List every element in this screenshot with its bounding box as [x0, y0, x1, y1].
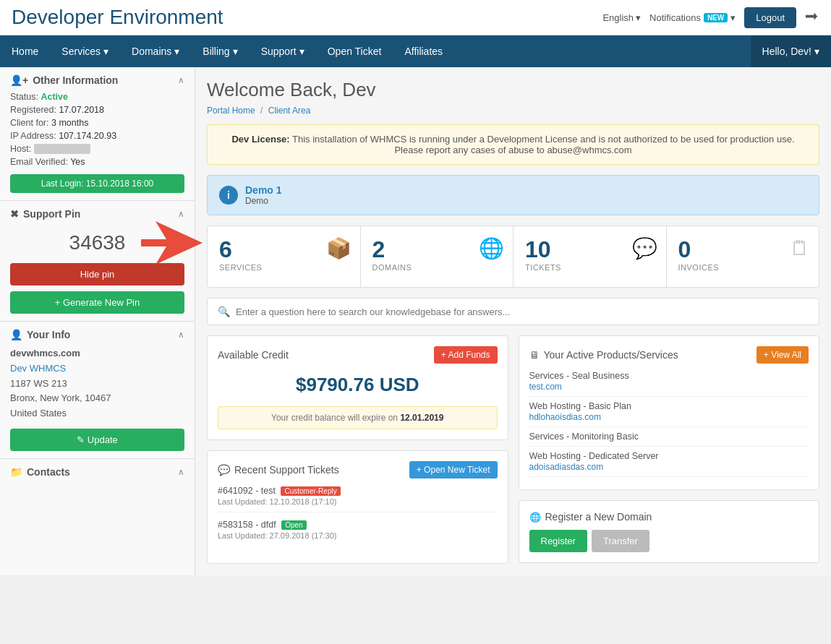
dev-license-label: Dev License: [231, 134, 289, 145]
last-login-bar: Last Login: 15.10.2018 16:00 [10, 174, 184, 193]
stats-row: 📦 6 SERVICES 🌐 2 DOMAINS 💬 10 TICKETS 🗒 … [207, 226, 819, 288]
register-button[interactable]: Register [529, 530, 587, 552]
chat-icon: 💬 [218, 464, 230, 476]
search-icon: 🔍 [218, 306, 230, 317]
product-2-link[interactable]: hdlohaoisdias.com [529, 412, 601, 422]
person-icon: 👤 [10, 329, 22, 340]
credit-card-header: Available Credit + Add Funds [218, 346, 498, 364]
nav-domains-label: Domains [132, 46, 171, 57]
search-input[interactable] [236, 306, 809, 317]
ip-value: 107.174.20.93 [59, 131, 116, 141]
nav-billing-label: Billing [203, 46, 229, 57]
nav-home[interactable]: Home [0, 35, 50, 67]
invoices-stat-icon: 🗒 [790, 236, 810, 260]
language-selector[interactable]: English ▾ [602, 12, 641, 23]
notif-chevron-icon: ▾ [730, 12, 736, 23]
bottom-row: Available Credit + Add Funds $9790.76 US… [207, 335, 819, 564]
notifications-button[interactable]: Notifications NEW ▾ [649, 12, 736, 23]
tickets-title-label: Recent Support Tickets [234, 464, 339, 476]
credit-expiry: Your credit balance will expire on 12.01… [218, 406, 498, 429]
nav-billing[interactable]: Billing ▾ [191, 35, 249, 67]
open-new-ticket-button[interactable]: + Open New Ticket [409, 461, 498, 478]
nav-support[interactable]: Support ▾ [250, 35, 316, 67]
contacts-chevron-icon[interactable]: ∧ [178, 467, 184, 477]
stat-invoices[interactable]: 🗒 0 INVOICES [667, 226, 819, 287]
add-funds-button[interactable]: + Add Funds [434, 346, 498, 364]
ticket-1-updated: Last Updated: 12.10.2018 (17:10) [218, 497, 498, 506]
services-count: 6 [219, 236, 232, 263]
email-verified-value: Yes [70, 157, 85, 167]
folder-icon: 📁 [10, 466, 22, 478]
host-value: SXXXXXXX [34, 144, 91, 154]
svg-marker-0 [141, 221, 203, 265]
products-header: 🖥 Your Active Products/Services + View A… [529, 346, 809, 364]
product-4-link[interactable]: adoisadiasdas.com [529, 462, 604, 472]
tickets-card: 💬 Recent Support Tickets + Open New Tick… [207, 450, 508, 564]
support-pin-title: ✖ Support Pin [10, 208, 80, 220]
demo-title: Demo 1 [245, 184, 282, 196]
contacts-header: 📁 Contacts ∧ [10, 466, 184, 478]
stat-domains[interactable]: 🌐 2 DOMAINS [361, 226, 514, 287]
host-label: Host: [10, 144, 31, 154]
ip-row: IP Address: 107.174.20.93 [10, 131, 184, 141]
search-bar: 🔍 [207, 298, 819, 325]
stat-services[interactable]: 📦 6 SERVICES [208, 226, 361, 287]
language-label: English [602, 12, 634, 23]
other-info-chevron-icon[interactable]: ∧ [178, 75, 184, 85]
breadcrumb-portal[interactable]: Portal Home [207, 106, 255, 116]
your-info-label: Your Info [27, 329, 70, 340]
your-info-chevron-icon[interactable]: ∧ [178, 330, 184, 340]
support-pin-label: Support Pin [23, 208, 80, 220]
products-icon: 🖥 [529, 349, 540, 361]
registered-row: Registered: 17.07.2018 [10, 105, 184, 115]
exit-icon[interactable]: ⮕ [805, 9, 819, 26]
billing-chevron-icon: ▾ [233, 46, 238, 57]
ticket-2-badge: Open [281, 520, 306, 530]
logout-button[interactable]: Logout [744, 7, 796, 28]
nav-hello[interactable]: Hello, Dev! ▾ [751, 35, 831, 67]
ticket-2-updated: Last Updated: 27.09.2018 (17:30) [218, 531, 498, 540]
services-chevron-icon: ▾ [103, 46, 108, 57]
new-badge: NEW [704, 13, 728, 22]
generate-pin-button[interactable]: + Generate New Pin [10, 291, 184, 314]
credit-amount: $9790.76 USD [218, 374, 498, 396]
dev-whmcs-link[interactable]: Dev WHMCS [10, 363, 66, 374]
contacts-section: 📁 Contacts ∧ [0, 459, 195, 491]
address-line1: 1187 WS 213 [10, 377, 184, 392]
invoices-count: 0 [678, 236, 691, 263]
pin-wrapper: 34638 [10, 226, 184, 260]
domain-card: 🌐 Register a New Domain Register Transfe… [519, 500, 820, 563]
transfer-button[interactable]: Transfer [592, 530, 649, 552]
breadcrumb: Portal Home / Client Area [207, 106, 819, 116]
breadcrumb-separator: / [260, 106, 263, 116]
pin-number: 34638 [69, 231, 126, 254]
ticket-item-1: #641092 - test Customer-Reply Last Updat… [218, 486, 498, 512]
sidebar: 👤+ Other Information ∧ Status: Active Re… [0, 67, 195, 575]
nav-home-label: Home [12, 46, 38, 57]
pin-icon: ✖ [10, 208, 19, 220]
left-column: Available Credit + Add Funds $9790.76 US… [207, 335, 508, 564]
site-title: Developer Environment [12, 6, 223, 29]
globe-icon: 🌐 [529, 512, 541, 523]
nav-affiliates[interactable]: Affiliates [393, 35, 454, 67]
view-all-button[interactable]: + View All [757, 346, 809, 364]
nav-services-label: Services [61, 46, 101, 57]
product-1-link[interactable]: test.com [529, 382, 562, 392]
domains-label: DOMAINS [372, 263, 412, 272]
update-button[interactable]: ✎ Update [10, 429, 184, 451]
product-1-name: Services - Seal Business [529, 371, 809, 381]
nav-domains[interactable]: Domains ▾ [120, 35, 191, 67]
red-arrow-icon [141, 218, 206, 268]
stat-tickets[interactable]: 💬 10 TICKETS [513, 226, 667, 287]
breadcrumb-current[interactable]: Client Area [268, 106, 311, 116]
nav-open-ticket-label: Open Ticket [328, 46, 382, 57]
support-pin-section: ✖ Support Pin ∧ 34638 Hide pin + Generat… [0, 201, 195, 322]
nav-affiliates-label: Affiliates [404, 46, 443, 57]
nav-services[interactable]: Services ▾ [50, 35, 120, 67]
contacts-label: Contacts [27, 466, 70, 478]
your-info-title: 👤 Your Info [10, 329, 70, 340]
ticket-1-id: #641092 - test Customer-Reply [218, 486, 498, 496]
nav-open-ticket[interactable]: Open Ticket [316, 35, 393, 67]
ticket-item-2: #583158 - dfdf Open Last Updated: 27.09.… [218, 520, 498, 546]
status-value: Active [41, 92, 68, 102]
